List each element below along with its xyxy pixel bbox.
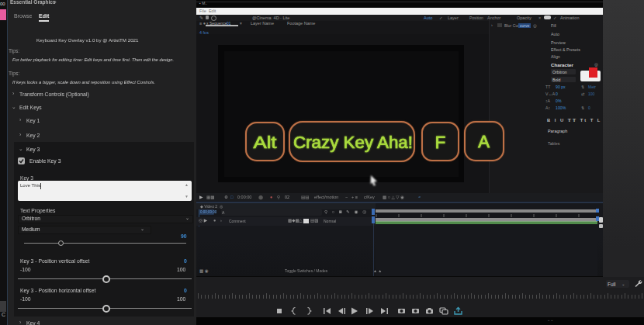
svg-text:F: F (435, 132, 445, 151)
svg-text:Alt: Alt (253, 133, 276, 152)
svg-text:Crazy Key Aha!: Crazy Key Aha! (293, 133, 413, 152)
svg-text:A: A (478, 132, 490, 151)
